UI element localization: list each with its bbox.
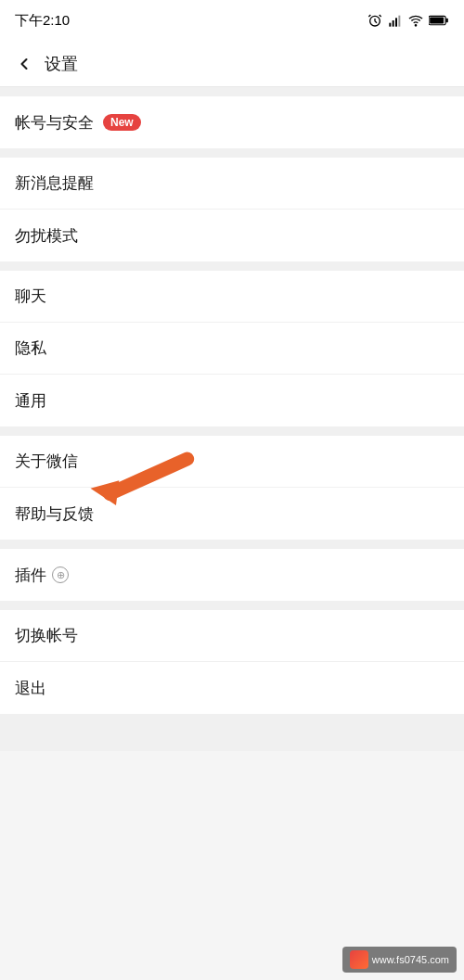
menu-item-general[interactable]: 通用 bbox=[0, 375, 464, 426]
battery-icon bbox=[429, 15, 449, 26]
svg-rect-8 bbox=[430, 17, 444, 23]
wifi-icon bbox=[408, 13, 423, 28]
status-icons bbox=[367, 13, 449, 28]
section-divider-3 bbox=[0, 261, 464, 271]
menu-item-plugins[interactable]: 插件 ⊕ bbox=[0, 549, 464, 601]
about-label: 关于微信 bbox=[15, 451, 78, 472]
signal-icon bbox=[388, 13, 403, 28]
alarm-icon bbox=[367, 13, 382, 28]
section-divider-5 bbox=[0, 540, 464, 549]
section-divider-1 bbox=[0, 87, 464, 96]
menu-item-help[interactable]: 帮助与反馈 bbox=[0, 488, 464, 540]
section-divider-bottom bbox=[0, 714, 464, 751]
switch-account-label: 切换帐号 bbox=[15, 625, 78, 646]
section-about: 关于微信 帮助与反馈 bbox=[0, 436, 464, 540]
general-label: 通用 bbox=[15, 390, 46, 412]
watermark-logo bbox=[350, 950, 368, 969]
status-bar: 下午2:10 bbox=[0, 0, 464, 41]
svg-rect-7 bbox=[445, 19, 447, 23]
svg-rect-1 bbox=[389, 23, 391, 27]
dnd-label: 勿扰模式 bbox=[15, 225, 78, 247]
menu-item-about[interactable]: 关于微信 bbox=[0, 436, 464, 488]
watermark-text: www.fs0745.com bbox=[372, 954, 449, 965]
account-security-label: 帐号与安全 bbox=[15, 112, 94, 134]
new-badge: New bbox=[103, 114, 141, 131]
watermark: www.fs0745.com bbox=[342, 947, 457, 973]
svg-point-5 bbox=[415, 25, 416, 26]
menu-item-switch-account[interactable]: 切换帐号 bbox=[0, 610, 464, 662]
chat-label: 聊天 bbox=[15, 286, 46, 307]
back-button[interactable] bbox=[15, 55, 33, 73]
nav-bar: 设置 bbox=[0, 41, 464, 87]
svg-rect-4 bbox=[398, 16, 400, 27]
section-divider-6 bbox=[0, 601, 464, 610]
menu-item-notifications[interactable]: 新消息提醒 bbox=[0, 158, 464, 210]
menu-item-privacy[interactable]: 隐私 bbox=[0, 323, 464, 375]
menu-item-dnd[interactable]: 勿扰模式 bbox=[0, 210, 464, 261]
notifications-label: 新消息提醒 bbox=[15, 172, 94, 194]
section-account: 帐号与安全 New bbox=[0, 96, 464, 148]
help-label: 帮助与反馈 bbox=[15, 503, 94, 525]
plugins-label: 插件 bbox=[15, 565, 46, 586]
section-notifications: 新消息提醒 勿扰模式 bbox=[0, 158, 464, 261]
section-chat-privacy: 聊天 隐私 通用 bbox=[0, 271, 464, 426]
menu-item-account-security[interactable]: 帐号与安全 New bbox=[0, 96, 464, 148]
menu-item-logout[interactable]: 退出 bbox=[0, 662, 464, 714]
svg-rect-2 bbox=[393, 20, 394, 27]
section-divider-2 bbox=[0, 148, 464, 158]
section-account-switch: 切换帐号 退出 bbox=[0, 610, 464, 714]
section-plugins: 插件 ⊕ bbox=[0, 549, 464, 601]
privacy-label: 隐私 bbox=[15, 337, 46, 359]
page-title: 设置 bbox=[45, 53, 78, 75]
menu-container: 帐号与安全 New 新消息提醒 勿扰模式 聊天 隐私 通用 关于微信 帮助与反馈 bbox=[0, 87, 464, 751]
plugin-location-icon: ⊕ bbox=[52, 566, 69, 583]
status-time: 下午2:10 bbox=[15, 12, 70, 30]
menu-item-chat[interactable]: 聊天 bbox=[0, 271, 464, 323]
logout-label: 退出 bbox=[15, 678, 46, 699]
svg-rect-3 bbox=[395, 18, 397, 26]
section-divider-4 bbox=[0, 426, 464, 436]
